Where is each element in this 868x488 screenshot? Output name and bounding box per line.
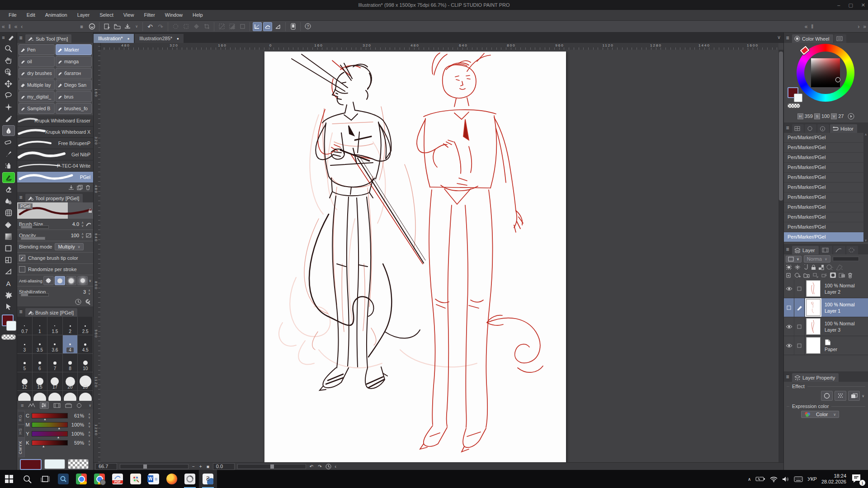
color-wheel[interactable] bbox=[784, 43, 868, 112]
volume-icon[interactable] bbox=[782, 476, 789, 482]
history-entry[interactable]: Pen/Marker/PGel bbox=[784, 183, 868, 192]
effect-border-icon[interactable] bbox=[821, 391, 833, 401]
wrench-icon[interactable] bbox=[84, 299, 90, 305]
panel-collapse-left2-icon[interactable]: « bbox=[13, 23, 19, 30]
size-12[interactable]: 12 bbox=[17, 372, 33, 391]
dock-plug-icon[interactable] bbox=[76, 403, 82, 408]
subtool-tab[interactable]: Sub Tool [Pen] bbox=[25, 34, 71, 43]
tab-information[interactable] bbox=[817, 124, 829, 133]
brush-size-dynamics-icon[interactable] bbox=[86, 221, 91, 227]
toolprop-menu-icon[interactable]: ≡ bbox=[17, 194, 24, 201]
layer-menu-icon[interactable]: ≡ bbox=[784, 246, 791, 253]
menu-filter[interactable]: Filter bbox=[139, 10, 160, 20]
aa-weak-button[interactable] bbox=[55, 276, 65, 285]
tab-history[interactable]: Histor bbox=[830, 124, 857, 133]
battery-icon[interactable] bbox=[755, 476, 765, 482]
sub-color-mini-swatch[interactable] bbox=[794, 94, 802, 102]
menu-select[interactable]: Select bbox=[94, 10, 118, 20]
delete-outside-icon[interactable] bbox=[181, 22, 190, 31]
app-firefox[interactable] bbox=[163, 470, 181, 488]
brushsize-tab[interactable]: Brush size [PGel] bbox=[25, 308, 77, 317]
effect-caret-icon[interactable]: ∨ bbox=[862, 394, 864, 398]
tool-move[interactable] bbox=[2, 78, 15, 89]
layer-mask-icon[interactable] bbox=[830, 272, 836, 278]
sub-color-swatch[interactable] bbox=[44, 459, 65, 469]
new-folder-icon[interactable] bbox=[803, 272, 810, 278]
merge-down-icon[interactable] bbox=[821, 272, 827, 278]
main-menu-icon[interactable]: ≡ bbox=[77, 22, 86, 31]
crop-icon[interactable] bbox=[202, 22, 211, 31]
app-chrome[interactable] bbox=[72, 470, 90, 488]
menu-edit[interactable]: Edit bbox=[22, 10, 40, 20]
tab-tone-curve[interactable] bbox=[833, 246, 845, 254]
history-entry[interactable]: Pen/Marker/PGel bbox=[784, 163, 868, 173]
right-expand-icon[interactable]: » bbox=[861, 23, 868, 30]
app-word[interactable]: W≣ bbox=[145, 470, 163, 488]
tab-list-icon[interactable]: ∨ bbox=[777, 34, 781, 40]
black-value[interactable]: 59% bbox=[70, 440, 84, 446]
taskbar-search-icon[interactable] bbox=[18, 470, 36, 488]
history-entry[interactable]: Pen/Marker/PGel bbox=[784, 222, 868, 232]
lock-icon[interactable] bbox=[88, 208, 92, 213]
tab-modified-dot[interactable]: ● bbox=[127, 37, 129, 41]
canvas-viewport[interactable] bbox=[100, 50, 778, 462]
stabilization-row[interactable]: Stabilization 3 ∧∨ bbox=[17, 286, 93, 297]
start-button[interactable] bbox=[0, 470, 18, 488]
checkbox-icon[interactable] bbox=[787, 305, 791, 310]
randomize-checkbox[interactable] bbox=[19, 266, 25, 272]
subtool-pen[interactable]: Pen bbox=[19, 44, 55, 55]
size-1.5[interactable]: 1.5 bbox=[47, 317, 63, 335]
yellow-slider[interactable]: ▲ bbox=[32, 431, 68, 436]
history-entry[interactable]: Pen/Marker/PGel bbox=[784, 173, 868, 183]
app-chrome-profile[interactable] bbox=[90, 470, 108, 488]
history-entry[interactable]: Pen/Marker/PGel bbox=[784, 192, 868, 202]
visibility-eye-icon[interactable] bbox=[786, 324, 793, 329]
fill-icon[interactable] bbox=[192, 22, 201, 31]
zoom-slider[interactable] bbox=[120, 464, 189, 469]
dock-menu-icon[interactable]: ≡ bbox=[21, 403, 24, 408]
tool-brush[interactable] bbox=[2, 149, 15, 160]
expression-color-dropdown[interactable]: Color ∨ bbox=[801, 411, 839, 418]
size-7[interactable]: 7 bbox=[47, 354, 63, 372]
tool-fill[interactable] bbox=[2, 219, 15, 230]
deselect-icon[interactable] bbox=[217, 22, 226, 31]
size-large[interactable] bbox=[78, 391, 93, 401]
tool-airbrush[interactable] bbox=[2, 160, 15, 171]
snap-grid-icon[interactable] bbox=[274, 22, 283, 31]
companion-mode-icon[interactable] bbox=[288, 22, 297, 31]
randomize-row[interactable]: Randomize per stroke bbox=[17, 264, 93, 275]
dock-material-icon[interactable] bbox=[53, 403, 61, 408]
size-2[interactable]: 2 bbox=[63, 317, 78, 335]
blend-mode-dropdown[interactable]: Norma ∨ bbox=[804, 255, 830, 263]
layer-thumbnail[interactable] bbox=[806, 280, 821, 297]
size-large[interactable] bbox=[47, 391, 63, 401]
opacity-slider[interactable] bbox=[21, 237, 45, 240]
save-dropdown-icon[interactable]: ∨ bbox=[133, 24, 140, 28]
size-25[interactable]: 25 bbox=[78, 372, 93, 391]
rotate-left-icon[interactable]: ↶ bbox=[309, 464, 314, 469]
tab-layer[interactable]: Layer bbox=[792, 246, 819, 254]
minimize-button[interactable]: – bbox=[837, 2, 840, 8]
color-mode-toggle-icon[interactable] bbox=[848, 113, 854, 120]
current-color-swatch[interactable] bbox=[20, 459, 42, 470]
rotate-right-icon[interactable]: ↷ bbox=[317, 464, 322, 469]
tab-selection[interactable] bbox=[846, 246, 858, 254]
brush-item[interactable]: Free BörupenP bbox=[17, 138, 93, 149]
tool-frame-border[interactable] bbox=[2, 254, 15, 265]
import-subtool-icon[interactable] bbox=[68, 185, 74, 190]
sv-marker[interactable] bbox=[835, 77, 840, 82]
new-layer-icon[interactable] bbox=[786, 272, 792, 278]
combine-dropdown[interactable]: ∨ bbox=[786, 256, 802, 263]
dock-box-icon[interactable] bbox=[65, 403, 72, 408]
color-slider-tab[interactable] bbox=[834, 34, 846, 43]
layerprop-tab[interactable]: Layer Property bbox=[792, 373, 839, 382]
tool-auto-select[interactable] bbox=[2, 102, 15, 113]
subtool-my-digital[interactable]: my_digital_ bbox=[19, 91, 55, 102]
colorwheel-menu-icon[interactable]: ≡ bbox=[784, 35, 791, 41]
transparent-mini-swatch[interactable] bbox=[788, 103, 800, 108]
brush-item[interactable]: Krupuk Whiteboard X bbox=[17, 127, 93, 138]
open-file-icon[interactable] bbox=[113, 22, 122, 31]
size-large[interactable] bbox=[17, 391, 33, 401]
size-8[interactable]: 8 bbox=[63, 354, 78, 372]
opacity-spinner[interactable]: ∧∨ bbox=[80, 232, 85, 239]
